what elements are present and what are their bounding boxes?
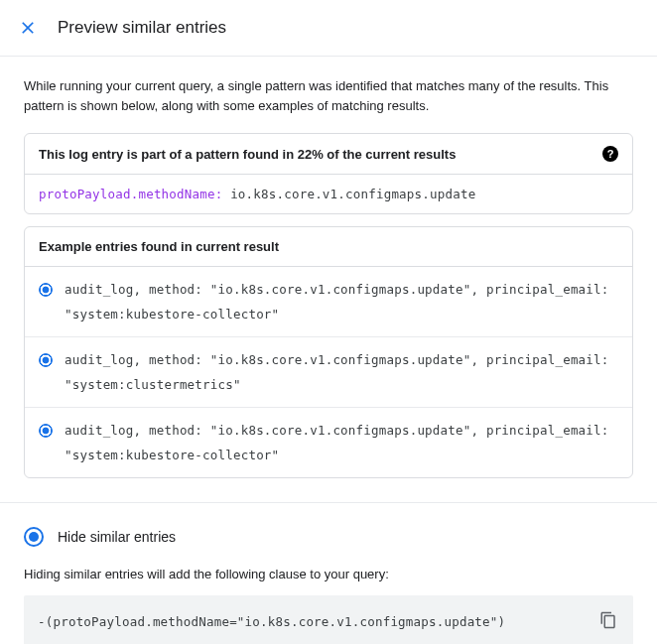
help-icon[interactable]: ? (602, 146, 618, 162)
dialog-title: Preview similar entries (58, 18, 226, 38)
pattern-card: This log entry is part of a pattern foun… (24, 133, 633, 214)
hide-option[interactable]: Hide similar entries (24, 527, 633, 557)
section-divider (0, 502, 657, 503)
examples-card: Example entries found in current result … (24, 226, 633, 478)
hide-label: Hide similar entries (58, 529, 176, 545)
hide-description: Hiding similar entries will add the foll… (24, 567, 633, 581)
query-clause-block: -(protoPayload.methodName="io.k8s.core.v… (24, 595, 633, 644)
dialog-header: Preview similar entries (0, 0, 657, 57)
example-row[interactable]: audit_log, method: "io.k8s.core.v1.confi… (25, 408, 632, 477)
pattern-key: protoPayload.methodName: (39, 187, 222, 201)
log-entry-icon (39, 424, 53, 438)
copy-button[interactable] (597, 609, 619, 634)
close-icon (18, 18, 38, 38)
pattern-value: io.k8s.core.v1.configmaps.update (222, 187, 475, 201)
pattern-expression: protoPayload.methodName: io.k8s.core.v1.… (25, 175, 632, 213)
example-text: audit_log, method: "io.k8s.core.v1.confi… (65, 277, 618, 326)
radio-hide[interactable] (24, 527, 44, 547)
log-entry-icon (39, 353, 53, 367)
example-row[interactable]: audit_log, method: "io.k8s.core.v1.confi… (25, 267, 632, 337)
examples-title: Example entries found in current result (25, 227, 632, 267)
copy-icon (599, 611, 617, 629)
pattern-card-header: This log entry is part of a pattern foun… (25, 134, 632, 175)
query-clause-text: -(protoPayload.methodName="io.k8s.core.v… (38, 614, 505, 629)
log-entry-icon (39, 283, 53, 297)
intro-text: While running your current query, a sing… (24, 76, 633, 115)
example-text: audit_log, method: "io.k8s.core.v1.confi… (65, 347, 618, 397)
close-button[interactable] (14, 14, 42, 42)
example-text: audit_log, method: "io.k8s.core.v1.confi… (65, 418, 618, 467)
dialog-body: While running your current query, a sing… (0, 57, 657, 644)
example-row[interactable]: audit_log, method: "io.k8s.core.v1.confi… (25, 337, 632, 408)
pattern-card-title: This log entry is part of a pattern foun… (39, 147, 456, 162)
